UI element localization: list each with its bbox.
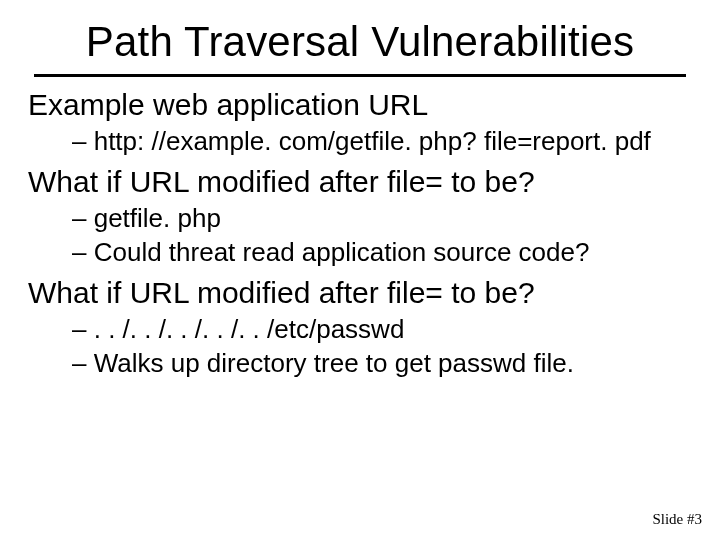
section-heading: What if URL modified after file= to be? [28, 164, 692, 200]
bullet-item: Could threat read application source cod… [72, 236, 692, 269]
bullet-item: getfile. php [72, 202, 692, 235]
title-rule [34, 74, 686, 77]
section-heading: Example web application URL [28, 87, 692, 123]
bullet-item: . . /. . /. . /. . /. . /etc/passwd [72, 313, 692, 346]
bullet-item: Walks up directory tree to get passwd fi… [72, 347, 692, 380]
slide-body: Example web application URL http: //exam… [0, 87, 720, 380]
bullet-item: http: //example. com/getfile. php? file=… [72, 125, 692, 158]
slide-title: Path Traversal Vulnerabilities [0, 0, 720, 66]
section-heading: What if URL modified after file= to be? [28, 275, 692, 311]
slide-number: Slide #3 [652, 511, 702, 528]
